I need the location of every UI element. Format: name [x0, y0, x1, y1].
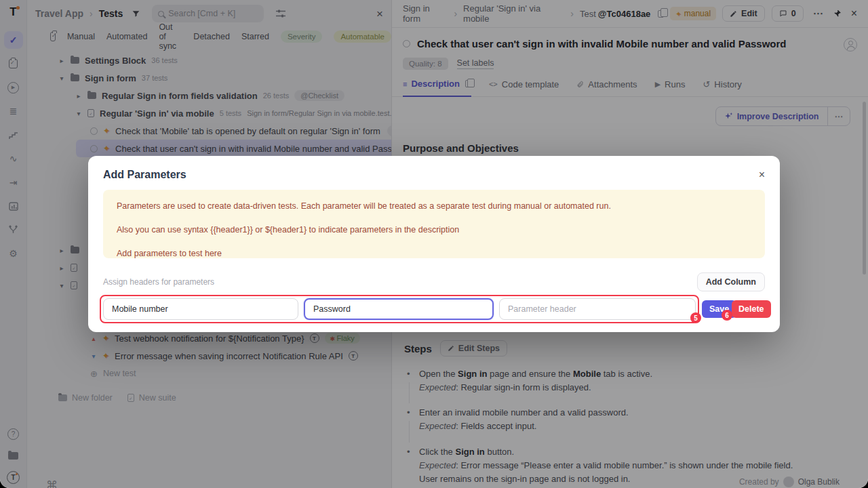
annotation-badge-5: 5 [690, 312, 701, 323]
app-window: T ✓ ▶ ≣ ∿ ⇥ ⚙ ? T Travel App [0, 0, 868, 488]
info-line: Add parameters to test here [117, 249, 751, 258]
info-line: Parameters are used to create data-drive… [117, 201, 751, 211]
modal-close-icon[interactable]: × [759, 169, 765, 181]
delete-button[interactable]: Delete [732, 300, 771, 318]
info-line: Also you can use syntax {{header1}} or $… [117, 225, 751, 235]
add-parameters-modal: Add Parameters × Parameters are used to … [88, 156, 780, 332]
parameter-inputs-row: Save Delete 5 6 [103, 298, 765, 320]
add-column-button[interactable]: Add Column [697, 272, 765, 291]
modal-info-box: Parameters are used to create data-drive… [103, 190, 765, 258]
parameter-header-input-2-focused[interactable] [304, 298, 494, 320]
annotation-badge-6: 6 [722, 310, 732, 321]
parameter-header-input-3[interactable] [499, 298, 696, 320]
modal-title: Add Parameters [103, 169, 186, 181]
parameter-header-input-1[interactable] [103, 298, 298, 320]
assign-headers-label: Assign headers for parameters [103, 277, 214, 287]
